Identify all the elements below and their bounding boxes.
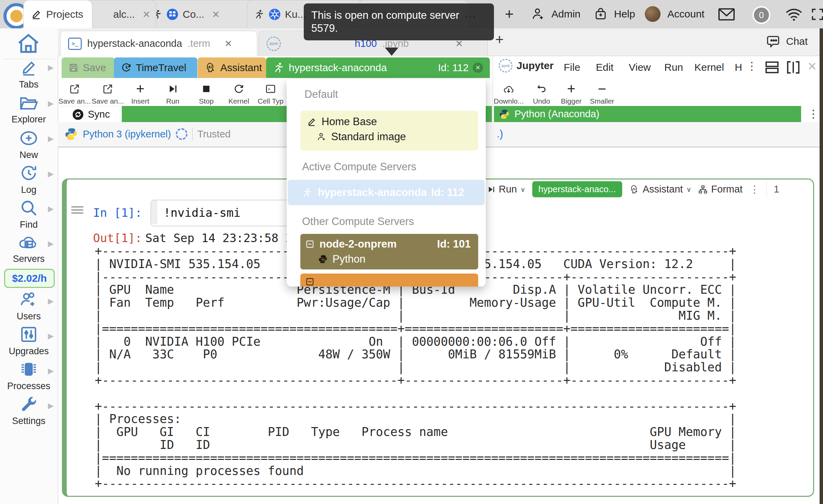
cell-type-button[interactable]: >_ Cell Typ bbox=[252, 82, 289, 105]
close-icon[interactable]: ✕ bbox=[142, 9, 150, 20]
project-tab-label: Ku... bbox=[285, 9, 306, 20]
standard-image-label: Standard image bbox=[331, 131, 406, 143]
wifi-icon bbox=[785, 6, 803, 23]
kernel-info[interactable]: Python 3 (ipykernel) Trusted bbox=[64, 127, 231, 141]
sliders-icon bbox=[19, 325, 38, 344]
sidebar-item-tabs[interactable]: Tabs bbox=[0, 58, 57, 90]
projects-button[interactable]: Projects bbox=[23, 0, 92, 28]
sidebar-item-find[interactable]: Find bbox=[0, 198, 57, 230]
assistant-button[interactable]: AI Assistant bbox=[198, 57, 266, 78]
sidebar-item-settings[interactable]: Settings bbox=[0, 395, 57, 426]
save-floppy-icon bbox=[68, 63, 79, 73]
file-tab-terminal[interactable]: >_ hyperstack-anaconda .term ✕ bbox=[60, 31, 257, 56]
chevron-right-icon[interactable]: ▶ bbox=[48, 170, 54, 178]
save-as2-button[interactable]: Save an... bbox=[89, 82, 127, 105]
split-horizontal-icon[interactable] bbox=[764, 60, 780, 75]
menu-file[interactable]: File bbox=[564, 62, 580, 73]
sidebar-item-new[interactable]: New bbox=[0, 129, 57, 160]
dropdown-item-other-server[interactable]: node-2-onprem Id: 101 Python bbox=[300, 234, 478, 269]
sidebar-item-upgrades[interactable]: Upgrades bbox=[0, 325, 57, 357]
project-tab-calc[interactable]: alc... ✕ bbox=[86, 0, 156, 28]
compute-server-button[interactable]: hyperstack-anaconda Id: 112 ✕ bbox=[266, 57, 490, 78]
dropdown-item-clipped-server[interactable] bbox=[300, 274, 478, 287]
menu-view[interactable]: View bbox=[629, 62, 651, 73]
new-project-tab-button[interactable]: + bbox=[505, 5, 514, 23]
smaller-font-button[interactable]: − Smaller bbox=[583, 82, 621, 105]
chevron-right-icon[interactable]: ▶ bbox=[48, 134, 54, 143]
chevron-right-icon[interactable]: ▶ bbox=[48, 63, 54, 72]
clipped-link-text[interactable]: .) bbox=[497, 128, 503, 140]
chevron-down-icon: ∨ bbox=[686, 185, 691, 194]
chevron-right-icon[interactable]: ▶ bbox=[48, 332, 54, 341]
chevron-right-icon[interactable]: ▶ bbox=[48, 401, 54, 410]
home-icon[interactable] bbox=[16, 32, 40, 54]
cell-run-label: Run bbox=[499, 184, 517, 195]
menu-help-clipped[interactable]: H bbox=[735, 62, 742, 73]
kebab-menu-icon[interactable]: ⋮ bbox=[808, 107, 819, 120]
jupyter-label: Jupyter bbox=[517, 60, 553, 71]
notifications-badge[interactable]: 0 bbox=[753, 6, 770, 24]
fullscreen-icon[interactable] bbox=[810, 7, 823, 22]
insert-cell-button[interactable]: + Insert bbox=[121, 82, 159, 105]
run-cell-button[interactable]: Run bbox=[154, 82, 192, 105]
account-button[interactable]: Account bbox=[645, 6, 704, 22]
pencil-icon bbox=[19, 58, 38, 77]
chevron-right-icon[interactable]: ▶ bbox=[48, 99, 54, 108]
stop-label: Stop bbox=[199, 97, 213, 105]
admin-button[interactable]: Admin bbox=[531, 7, 580, 21]
menu-run[interactable]: Run bbox=[664, 62, 683, 73]
cost-badge[interactable]: $2.02/h bbox=[4, 269, 55, 288]
timetravel-button[interactable]: TimeTravel bbox=[114, 57, 197, 78]
chat-button[interactable]: Chat bbox=[766, 34, 808, 49]
save-as-button[interactable]: Save an... bbox=[56, 82, 93, 105]
dropdown-header-other: Other Compute Servers bbox=[302, 215, 414, 228]
stop-button[interactable]: Stop bbox=[187, 82, 225, 105]
sidebar-item-users[interactable]: Users bbox=[0, 290, 57, 322]
close-icon[interactable]: ✕ bbox=[212, 9, 220, 20]
kubernetes-icon bbox=[269, 8, 281, 21]
chevron-right-icon[interactable]: ▶ bbox=[48, 367, 54, 375]
cell-assistant-button[interactable]: AI Assistant ∨ bbox=[629, 184, 691, 195]
menu-kernel[interactable]: Kernel bbox=[694, 62, 724, 73]
code-text[interactable]: !nvidia-smi bbox=[164, 206, 240, 220]
sidebar-item-label: Tabs bbox=[19, 79, 38, 90]
wrench-icon bbox=[19, 395, 38, 414]
plus-circle-icon bbox=[19, 129, 38, 148]
cell-drag-handle[interactable] bbox=[71, 204, 83, 215]
save-button[interactable]: Save bbox=[62, 57, 115, 78]
sidebar-item-explorer[interactable]: Explorer bbox=[0, 93, 57, 125]
new-file-tab-button[interactable]: + bbox=[495, 31, 504, 48]
sidebar-item-servers[interactable]: Servers bbox=[0, 233, 57, 264]
chevron-right-icon[interactable]: ▶ bbox=[48, 239, 54, 248]
download-button[interactable]: Downlo... bbox=[490, 82, 527, 105]
sidebar-item-processes[interactable]: Processes bbox=[0, 360, 57, 392]
kebab-menu-icon[interactable]: ⋮ bbox=[746, 59, 757, 72]
menu-edit[interactable]: Edit bbox=[596, 62, 614, 73]
sidebar-item-log[interactable]: Log bbox=[0, 163, 57, 195]
sidebar-item-label: Settings bbox=[12, 416, 45, 426]
project-tab-co[interactable]: Co... ✕ bbox=[145, 0, 260, 28]
cell-run-button[interactable]: Run ∨ bbox=[487, 184, 525, 195]
projects-label: Projects bbox=[46, 9, 83, 20]
search-icon bbox=[19, 198, 38, 217]
chevron-right-icon[interactable]: ▶ bbox=[48, 204, 54, 213]
mail-icon[interactable] bbox=[718, 7, 735, 22]
active-server-name: hyperstack-anaconda bbox=[318, 186, 427, 199]
cell-format-button[interactable]: Format bbox=[698, 184, 743, 195]
close-icon[interactable]: ✕ bbox=[224, 38, 232, 49]
cell-server-pill[interactable]: hyperstack-anaco... bbox=[532, 181, 622, 197]
split-vertical-icon[interactable] bbox=[785, 60, 801, 75]
dropdown-item-home-base[interactable]: Home Base Standard image bbox=[300, 111, 478, 150]
dropdown-item-active-server[interactable]: hyperstack-anaconda Id: 112 bbox=[288, 180, 485, 205]
project-tab-label: Co... bbox=[183, 9, 204, 20]
kebab-menu-icon[interactable]: ⋮ bbox=[749, 183, 760, 195]
close-frame-icon[interactable]: ✕ bbox=[807, 59, 817, 73]
close-circle-icon[interactable]: ✕ bbox=[473, 63, 483, 73]
export-icon bbox=[102, 82, 114, 96]
sync-button[interactable]: Sync bbox=[60, 106, 122, 122]
help-button[interactable]: Help bbox=[593, 7, 635, 21]
cloud-server-icon bbox=[18, 233, 39, 252]
minus-square-icon bbox=[305, 277, 315, 287]
chevron-right-icon[interactable]: ▶ bbox=[48, 297, 54, 306]
file-tab-title: hyperstack-anaconda bbox=[87, 38, 182, 49]
